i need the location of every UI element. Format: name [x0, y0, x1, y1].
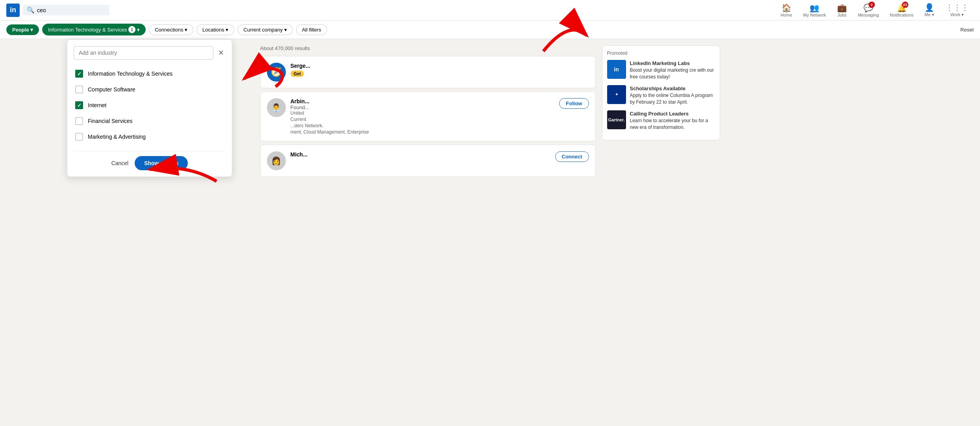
promoted-card: Promoted in LinkedIn Marketing Labs Boos…: [602, 45, 720, 140]
checkbox-computer-software[interactable]: [75, 86, 83, 93]
person-meta2-arbin: ment, Cloud Management, Enterprise: [291, 129, 555, 135]
filter-bar: People ▾ Information Technology & Servic…: [0, 20, 980, 39]
checkbox-marketing-advertising[interactable]: [75, 133, 83, 141]
results-area: About 470,000 results 🧭 Serge... Get 👨‍💼…: [260, 45, 596, 180]
person-info-arbin: Arbin... Found... United Current ...ders…: [291, 98, 555, 135]
person-extra-arbin: ...ders Network.: [291, 123, 555, 128]
work-grid-icon: ⋮⋮⋮: [945, 3, 969, 12]
promo-logo-gartner: Gartner.: [607, 110, 626, 129]
industry-label-computer-software: Computer Software: [88, 86, 135, 93]
person-title-arbin: Found...: [291, 104, 555, 110]
industry-item-computer-software[interactable]: Computer Software: [74, 82, 226, 97]
reset-btn[interactable]: Reset: [960, 27, 974, 33]
promoted-title: Promoted: [607, 50, 715, 56]
dropdown-search-row: ✕: [74, 46, 226, 60]
promo-item-gartner: Gartner. Calling Product Leaders Learn h…: [607, 110, 715, 131]
promo-logo-columbia: ✦: [607, 85, 626, 104]
current-company-filter-label: Current company ▾: [243, 27, 287, 33]
messaging-badge: 2: [869, 2, 875, 8]
person-name-serge[interactable]: Serge...: [291, 63, 589, 69]
industry-item-marketing-advertising[interactable]: Marketing & Advertising: [74, 129, 226, 145]
nav-item-work[interactable]: ⋮⋮⋮ Work ▾: [941, 1, 974, 19]
nav-label-jobs: Jobs: [837, 13, 847, 17]
nav-label-work: Work ▾: [950, 12, 964, 17]
connections-filter-btn[interactable]: Connections ▾: [149, 24, 193, 35]
checkbox-internet[interactable]: [75, 101, 83, 109]
person-name-arbin[interactable]: Arbin...: [291, 98, 555, 104]
reset-label: Reset: [960, 27, 974, 33]
search-input[interactable]: [37, 7, 106, 13]
all-filters-label: All filters: [302, 27, 321, 33]
messaging-icon: 💬 2: [863, 3, 873, 13]
promo-text-gartner: Calling Product Leaders Learn how to acc…: [630, 110, 715, 131]
follow-btn-arbin[interactable]: Follow: [559, 98, 589, 109]
person-info-mich: Mich...: [291, 151, 550, 158]
dropdown-close-btn[interactable]: ✕: [217, 47, 226, 59]
locations-filter-btn[interactable]: Locations ▾: [196, 24, 234, 35]
checkbox-financial-services[interactable]: [75, 117, 83, 125]
nav-item-me[interactable]: 👤 Me ▾: [920, 1, 939, 19]
search-icon: 🔍: [27, 6, 35, 14]
checkbox-it-services[interactable]: [75, 70, 83, 78]
current-company-filter-btn[interactable]: Current company ▾: [237, 24, 293, 35]
industry-dropdown-icon: ▾: [137, 27, 140, 33]
person-card-serge: 🧭 Serge... Get: [260, 56, 596, 88]
promo-desc-gartner: Learn how to accelerate your bu for a ne…: [630, 117, 715, 131]
people-filter-btn[interactable]: People ▾: [6, 24, 39, 35]
person-name-mich[interactable]: Mich...: [291, 151, 550, 158]
header: in 🔍 🏠 Home 👥 My Network 💼 Jobs: [0, 0, 980, 20]
promo-text-linkedin: LinkedIn Marketing Labs Boost your digit…: [630, 60, 715, 80]
industry-item-internet[interactable]: Internet: [74, 97, 226, 113]
locations-filter-label: Locations ▾: [202, 27, 228, 33]
all-filters-btn[interactable]: All filters: [296, 24, 327, 35]
industry-filter-badge: 1: [128, 26, 135, 33]
people-filter-label: People ▾: [12, 27, 33, 33]
nav-label-messaging: Messaging: [858, 13, 879, 17]
person-card-mich: 👩 Mich... Connect: [260, 145, 596, 177]
linkedin-logo[interactable]: in: [6, 4, 20, 17]
nav-label-me: Me ▾: [924, 12, 934, 17]
industry-filter-btn[interactable]: Information Technology & Services 1 ▾: [42, 24, 146, 35]
connect-btn-mich[interactable]: Connect: [555, 151, 589, 162]
promo-text-columbia: Scholarships Available Apply to the onli…: [630, 85, 715, 106]
industry-search-input[interactable]: [74, 46, 213, 60]
connections-filter-label: Connections ▾: [155, 27, 187, 33]
industry-filter-label: Information Technology & Services: [48, 27, 127, 33]
dropdown-actions: Cancel Show results: [74, 151, 226, 170]
promo-logo-linkedin: in: [607, 60, 626, 79]
search-box[interactable]: 🔍: [23, 5, 109, 15]
nav-item-my-network[interactable]: 👥 My Network: [798, 2, 831, 19]
nav-item-home[interactable]: 🏠 Home: [776, 2, 797, 19]
notifications-badge: 23: [902, 2, 908, 8]
nav-item-notifications[interactable]: 🔔 23 Notifications: [885, 2, 918, 19]
avatar-serge: 🧭: [267, 63, 286, 82]
main-content: About 470,000 results 🧭 Serge... Get 👨‍💼…: [254, 39, 726, 186]
nav-item-jobs[interactable]: 💼 Jobs: [832, 2, 852, 19]
industry-item-financial-services[interactable]: Financial Services: [74, 113, 226, 129]
promo-name-linkedin: LinkedIn Marketing Labs: [630, 60, 715, 67]
show-results-btn[interactable]: Show results: [135, 156, 188, 170]
promo-desc-linkedin: Boost your digital marketing cre with ou…: [630, 67, 715, 80]
person-meta-arbin: Current: [291, 117, 555, 122]
industry-item-it-services[interactable]: Information Technology & Services: [74, 66, 226, 82]
jobs-icon: 💼: [837, 3, 847, 13]
header-nav: 🏠 Home 👥 My Network 💼 Jobs 💬 2 Messaging: [776, 1, 974, 19]
promo-item-columbia: ✦ Scholarships Available Apply to the on…: [607, 85, 715, 106]
industry-label-marketing-advertising: Marketing & Advertising: [88, 134, 146, 140]
nav-label-my-network: My Network: [803, 13, 826, 17]
industry-label-internet: Internet: [88, 102, 106, 108]
result-count: About 470,000 results: [260, 45, 596, 51]
promo-name-gartner: Calling Product Leaders: [630, 110, 715, 117]
home-icon: 🏠: [782, 3, 791, 13]
promo-name-columbia: Scholarships Available: [630, 85, 715, 92]
industry-label-financial-services: Financial Services: [88, 118, 133, 124]
cancel-btn[interactable]: Cancel: [111, 160, 129, 166]
person-location-arbin: United: [291, 110, 555, 116]
nav-label-notifications: Notifications: [890, 13, 913, 17]
person-info-serge: Serge... Get: [291, 63, 589, 77]
notifications-icon: 🔔 23: [897, 3, 907, 13]
nav-label-home: Home: [780, 13, 792, 17]
promo-item-linkedin: in LinkedIn Marketing Labs Boost your di…: [607, 60, 715, 80]
nav-item-messaging[interactable]: 💬 2 Messaging: [853, 2, 884, 19]
industry-dropdown-panel: ✕ Information Technology & Services Comp…: [67, 39, 232, 177]
